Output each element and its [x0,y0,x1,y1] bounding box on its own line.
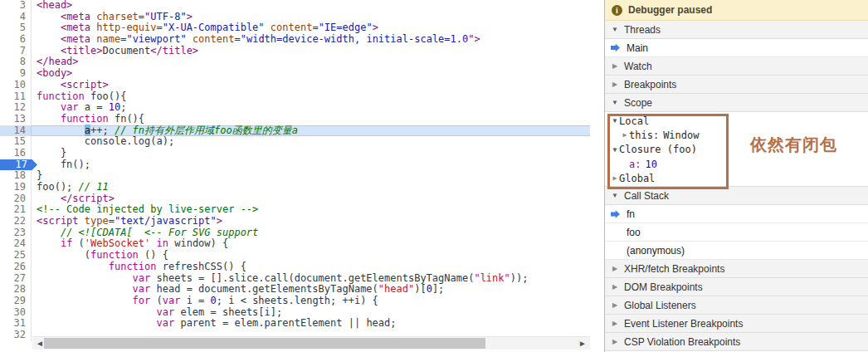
line-number[interactable]: 28 [0,284,32,296]
code-text[interactable]: console.log(a); [32,136,590,148]
code-text[interactable]: var sheets = [].slice.call(document.getE… [32,273,590,285]
debugger-paused-label: Debugger paused [628,4,712,16]
section-header-global-listeners[interactable]: ▶ Global Listeners [605,296,868,315]
line-number[interactable]: 3 [0,0,32,12]
breakpoint-marker[interactable]: 17 [0,159,37,171]
code-text[interactable]: if ('WebSocket' in window) { [32,238,590,250]
chevron-right-icon: ▶ [611,265,619,272]
section-header-call-stack[interactable]: ▼ Call Stack [605,187,868,205]
code-text[interactable]: fn(); [32,159,590,171]
section-header-threads[interactable]: ▼ Threads [605,21,868,39]
code-text[interactable]: foo(); // 11 [32,182,590,193]
token [37,125,85,136]
line-number[interactable]: 19 [0,182,32,193]
scope-item-global[interactable]: ▶ Global [605,171,868,185]
line-number[interactable]: 11 [0,91,32,103]
token: > [373,22,378,33]
line-number[interactable]: 25 [0,250,32,262]
line-number[interactable]: 9 [0,68,32,80]
line-number[interactable]: 4 [0,12,32,23]
token: ++; [90,125,115,136]
code-text[interactable]: <script> [32,80,590,91]
line-number[interactable]: 13 [0,114,32,125]
code-text[interactable]: var parent = elem.parentElement || head; [32,318,590,330]
horizontal-scrollbar-thumb[interactable] [44,338,485,349]
token [150,237,156,249]
line-number[interactable]: 24 [0,238,32,250]
code-text[interactable]: <meta name="viewport" content="width=dev… [32,34,590,46]
code-text[interactable]: <head> [32,0,590,12]
line-number[interactable]: 8 [0,56,32,68]
code-text[interactable]: function refreshCSS() { [32,262,590,273]
token [37,45,61,56]
code-text[interactable]: function fn(){ [32,114,590,125]
line-number[interactable]: 22 [0,216,32,227]
code-text[interactable]: var elem = sheets[i]; [32,307,590,319]
line-number[interactable]: 23 [0,227,32,239]
line-number[interactable]: 14 [0,125,32,137]
code-text[interactable]: for (var i = 0; i < sheets.length; ++i) … [32,296,590,307]
section-header-breakpoints[interactable]: ▶ Breakpoints [605,76,868,94]
code-text[interactable]: function foo(){ [32,91,590,103]
line-number[interactable]: 20 [0,193,32,205]
line-number[interactable]: 26 [0,262,32,273]
chevron-right-icon: ▶ [621,131,629,139]
token: </script> [61,193,115,204]
scope-item-a[interactable]: a: 10 [605,157,868,171]
code-text[interactable]: <meta http-equiv="X-UA-Compatible" conte… [32,22,590,34]
call-stack-frame-anonymous[interactable]: (anonymous) [605,242,868,260]
line-number[interactable]: 27 [0,273,32,285]
section-header-event-listener-breakpoints[interactable]: ▶ Event Listener Breakpoints [605,315,868,333]
line-number[interactable]: 32 [0,330,32,341]
call-stack-frame-fn[interactable]: fn [605,205,868,223]
code-text[interactable]: a++; // fn持有外层作用域foo函数里的变量a [32,125,590,137]
token: "viewport" [126,33,186,45]
code-text[interactable]: <title>Document</title> [32,46,590,57]
code-text[interactable]: <meta charset="UTF-8"> [32,12,590,23]
code-text[interactable]: } [32,170,590,182]
horizontal-scrollbar[interactable]: ◄ ► [32,336,590,350]
call-stack-frame-foo[interactable]: foo [605,223,868,242]
code-text[interactable]: <body> [32,68,590,80]
token: content [271,22,313,33]
code-text[interactable]: var a = 10; [32,102,590,114]
code-text[interactable]: var head = document.getElementsByTagName… [32,284,590,296]
line-number[interactable]: 18 [0,170,32,182]
code-area[interactable]: 3<head>4 <meta charset="UTF-8">5 <meta h… [0,0,590,341]
section-header-scope[interactable]: ▼ Scope [605,94,868,112]
code-text[interactable]: // <![CDATA[ <-- For SVG support [32,227,590,239]
line-number[interactable]: 31 [0,318,32,330]
code-text[interactable]: <script type="text/javascript"> [32,216,590,227]
line-number[interactable]: 30 [0,307,32,319]
section-header-dom-breakpoints[interactable]: ▶ DOM Breakpoints [605,278,868,296]
line-number[interactable]: 29 [0,296,32,307]
token [37,237,61,249]
line-number[interactable]: 16 [0,148,32,159]
line-number[interactable]: 7 [0,46,32,57]
code-text[interactable]: </head> [32,56,590,68]
code-line: 26 function refreshCSS() { [0,262,590,273]
line-number[interactable]: 6 [0,34,32,46]
token [37,283,133,295]
token: = [312,22,318,33]
token: var [163,295,181,306]
thread-item-main[interactable]: Main [605,39,868,57]
code-text[interactable]: } [32,148,590,159]
scroll-right-arrow-icon[interactable]: ► [577,337,588,350]
line-number[interactable]: 21 [0,204,32,216]
line-number[interactable]: 10 [0,80,32,91]
code-text[interactable]: (function () { [32,250,590,262]
code-text[interactable]: </script> [32,193,590,205]
token: <head> [37,0,72,11]
line-number[interactable]: 12 [0,102,32,114]
code-text[interactable]: <!-- Code injected by live-server --> [32,204,590,216]
execution-arrow-icon [611,44,620,52]
chevron-right-icon: ▶ [611,62,619,70]
section-header-xhr-breakpoints[interactable]: ▶ XHR/fetch Breakpoints [605,260,868,278]
line-number[interactable]: 5 [0,22,32,34]
token: var [133,283,151,295]
section-header-watch[interactable]: ▶ Watch [605,57,868,76]
scope-item-local[interactable]: ▼ Local [605,114,868,128]
line-number[interactable]: 15 [0,136,32,148]
section-header-csp-violation-breakpoints[interactable]: ▶ CSP Violation Breakpoints [605,333,868,351]
